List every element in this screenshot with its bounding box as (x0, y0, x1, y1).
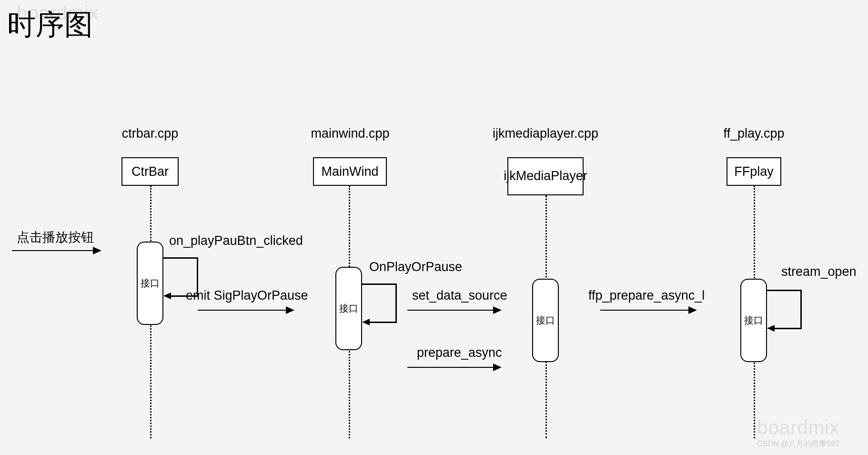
arrow-trigger-head (93, 247, 101, 254)
msg-sig-play-pause: emit SigPlayOrPause (186, 288, 308, 303)
arrow-setds (407, 310, 495, 311)
participant-box-ffplay: FFplay (727, 157, 781, 186)
msg-on-play-or-pause: OnPlayOrPause (369, 260, 462, 274)
arrow-ffp-head (688, 306, 697, 314)
credit-text: CSDN @八月的雨季997 (757, 439, 839, 449)
activation-label: 接口 (536, 314, 555, 327)
activation-label: 接口 (744, 314, 763, 327)
participant-box-mainwind: MainWind (313, 157, 387, 186)
arrow-prepare-head (493, 364, 502, 371)
arrow-trigger (12, 250, 95, 251)
msg-on-play-btn: on_playPauBtn_clicked (169, 233, 303, 248)
participant-file-ffplay: ff_play.cpp (712, 126, 796, 141)
participant-file-ijk: ijkmediaplayer.cpp (481, 126, 610, 141)
arrow-sig-head (286, 306, 294, 314)
msg-set-data-source: set_data_source (412, 288, 507, 303)
watermark-bottom-right: boardmix (757, 417, 839, 438)
activation-mainwind: 接口 (335, 267, 362, 350)
arrow-setds-head (493, 306, 502, 314)
activation-ffplay: 接口 (740, 279, 767, 362)
activation-label: 接口 (339, 302, 358, 315)
participant-file-mainwind: mainwind.cpp (300, 126, 400, 141)
msg-stream-open: stream_open (781, 264, 857, 279)
participant-name-mainwind: MainWind (321, 164, 378, 179)
msg-ffp-prepare: ffp_prepare_async_l (588, 288, 705, 303)
participant-name-ffplay: FFplay (734, 164, 774, 179)
self-call-mainwind (362, 283, 395, 322)
participant-name-ijk: ijkMediaPlayer (504, 169, 587, 183)
participant-name-ctrbar: CtrBar (131, 164, 169, 179)
activation-label: 接口 (141, 277, 160, 290)
arrow-ffp (600, 310, 691, 311)
self-call-ffplay (767, 290, 800, 328)
arrow-prepare (407, 367, 495, 368)
activation-ijk: 接口 (532, 279, 559, 362)
arrow-sig (198, 310, 288, 311)
msg-trigger: 点击播放按钮 (17, 229, 94, 246)
participant-file-ctrbar: ctrbar.cpp (117, 126, 183, 141)
msg-prepare-async: prepare_async (417, 345, 502, 360)
participant-box-ijk: ijkMediaPlayer (507, 157, 584, 195)
activation-ctrbar: 接口 (137, 242, 163, 325)
diagram-title: 时序图 (7, 6, 93, 44)
participant-box-ctrbar: CtrBar (121, 157, 179, 186)
